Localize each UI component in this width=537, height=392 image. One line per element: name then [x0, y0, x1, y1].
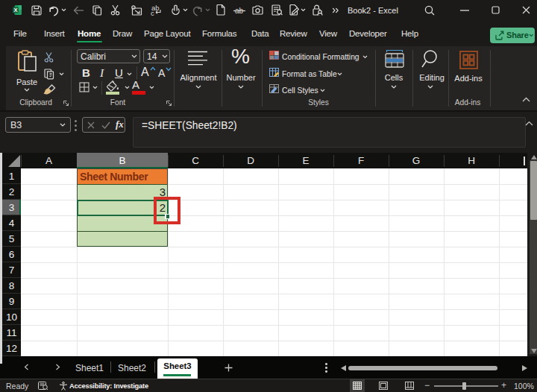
svg-text:c: c: [151, 9, 154, 16]
svg-text:X: X: [13, 7, 17, 13]
